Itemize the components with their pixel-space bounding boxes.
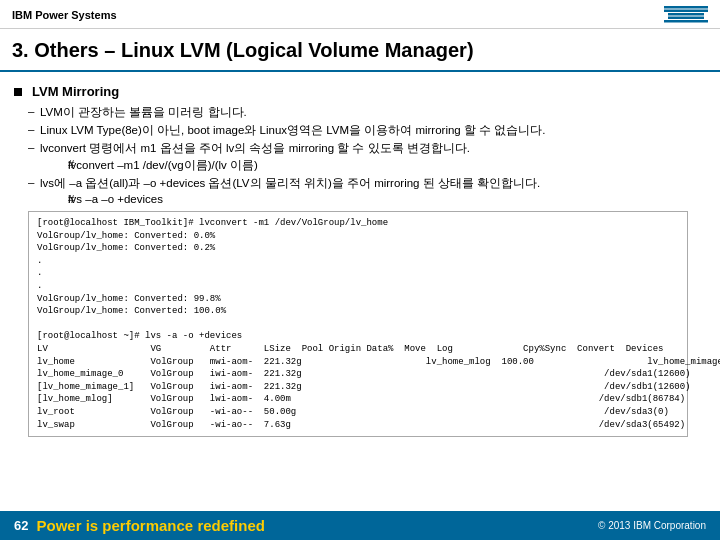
section-header: LVM Mirroring <box>14 84 706 99</box>
terminal-box: [root@localhost IBM_Toolkit]# lvconvert … <box>28 211 688 437</box>
terminal-line: lv_root VolGroup -wi-ao-- 50.00g /dev/sd… <box>37 406 679 419</box>
terminal-line: LV VG Attr LSize Pool Origin Data% Move … <box>37 343 679 356</box>
ibm-logo <box>664 6 708 24</box>
main-title: 3. Others – Linux LVM (Logical Volume Ma… <box>0 29 720 72</box>
list-item: Linux LVM Type(8e)이 아닌, boot image와 Linu… <box>28 123 706 138</box>
terminal-line: lv_swap VolGroup -wi-ao-- 7.63g /dev/sda… <box>37 419 679 432</box>
list-item-indent: lvconvert –m1 /dev/(vg이름)/(lv 이름) <box>54 158 706 173</box>
terminal-line: [root@localhost IBM_Toolkit]# lvconvert … <box>37 217 679 230</box>
item-list: LVM이 관장하는 볼륨을 미러링 합니다. Linux LVM Type(8e… <box>14 105 706 205</box>
footer-left: 62 Power is performance redefined <box>14 517 265 534</box>
section-label: LVM Mirroring <box>32 84 119 99</box>
footer-copyright: © 2013 IBM Corporation <box>598 520 706 531</box>
list-item: LVM이 관장하는 볼륨을 미러링 합니다. <box>28 105 706 120</box>
list-item: lvconvert 명령에서 m1 옵션을 주어 lv의 속성을 mirrori… <box>28 141 706 173</box>
terminal-line: . <box>37 280 679 293</box>
ibm-logo-svg <box>664 6 708 24</box>
terminal-line: VolGroup/lv_home: Converted: 100.0% <box>37 305 679 318</box>
tagline-plain: Power is performance <box>36 517 193 534</box>
terminal-line: VolGroup/lv_home: Converted: 0.2% <box>37 242 679 255</box>
terminal-line: lv_home VolGroup mwi-aom- 221.32g lv_hom… <box>37 356 679 369</box>
list-item-indent: lvs –a –o +devices <box>54 193 706 205</box>
terminal-line: . <box>37 267 679 280</box>
list-item: lvs에 –a 옵션(all)과 –o +devices 옵션(LV의 물리적 … <box>28 176 706 205</box>
tagline-highlight: redefined <box>197 517 265 534</box>
svg-rect-3 <box>668 17 704 20</box>
page-number: 62 <box>14 518 28 533</box>
svg-rect-0 <box>664 6 708 9</box>
svg-rect-2 <box>668 13 704 16</box>
content: LVM Mirroring LVM이 관장하는 볼륨을 미러링 합니다. Lin… <box>0 80 720 445</box>
terminal-line: VolGroup/lv_home: Converted: 0.0% <box>37 230 679 243</box>
svg-rect-1 <box>664 10 708 13</box>
terminal-line <box>37 318 679 331</box>
terminal-line: . <box>37 255 679 268</box>
terminal-line: [lv_home_mimage_1] VolGroup iwi-aom- 221… <box>37 381 679 394</box>
svg-rect-4 <box>664 20 708 23</box>
terminal-line: lv_home_mimage_0 VolGroup iwi-aom- 221.3… <box>37 368 679 381</box>
footer: 62 Power is performance redefined © 2013… <box>0 511 720 540</box>
terminal-line: [root@localhost ~]# lvs -a -o +devices <box>37 330 679 343</box>
header: IBM Power Systems <box>0 0 720 29</box>
terminal-line: VolGroup/lv_home: Converted: 99.8% <box>37 293 679 306</box>
bullet-icon <box>14 88 22 96</box>
header-title: IBM Power Systems <box>12 9 117 21</box>
terminal-line: [lv_home_mlog] VolGroup lwi-aom- 4.00m /… <box>37 393 679 406</box>
footer-tagline: Power is performance redefined <box>36 517 264 534</box>
